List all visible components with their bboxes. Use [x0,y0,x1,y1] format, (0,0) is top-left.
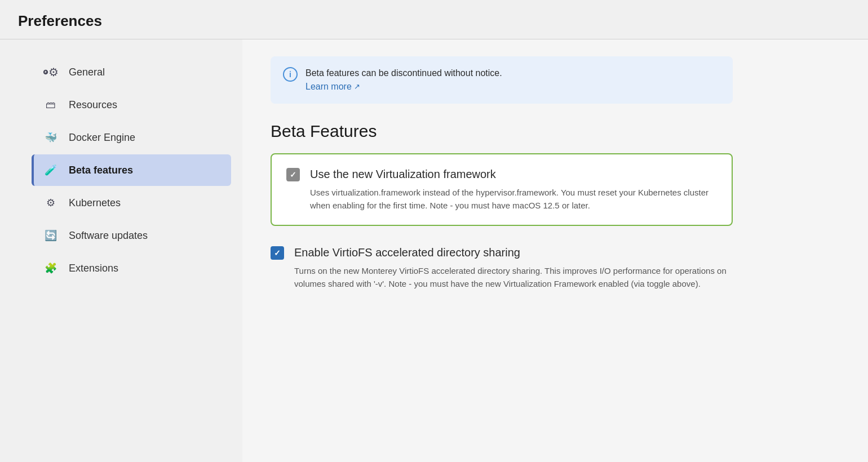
content-area: i Beta features can be discontinued with… [242,39,868,462]
external-link-icon: ↗ [354,81,360,92]
general-icon: ⚙ [43,64,59,80]
sidebar-item-label-general: General [69,66,105,78]
sidebar-item-beta-features[interactable]: 🧪 Beta features [32,154,231,186]
learn-more-link[interactable]: Learn more ↗ [305,80,360,94]
checkmark-icon: ✓ [290,171,296,179]
virtiofs-checkbox[interactable]: ✓ [271,246,284,260]
section-title: Beta Features [271,122,840,141]
software-updates-icon: 🔄 [43,228,59,243]
learn-more-label: Learn more [305,80,352,94]
sidebar-item-software-updates[interactable]: 🔄 Software updates [34,220,231,251]
feature-title-virtiofs: Enable VirtioFS accelerated directory sh… [294,245,733,260]
checkmark-icon-virtiofs: ✓ [274,249,281,257]
sidebar-item-label-software-updates: Software updates [69,230,148,242]
feature-desc-virtiofs: Turns on the new Monterey VirtioFS accel… [294,264,733,291]
info-icon: i [283,67,298,82]
sidebar-item-kubernetes[interactable]: ⚙ Kubernetes [34,187,231,219]
docker-engine-icon: 🐳 [43,130,59,145]
sidebar-item-label-docker-engine: Docker Engine [69,132,135,144]
banner-text: Beta features can be discontinued withou… [305,66,502,80]
sidebar-item-general[interactable]: ⚙ General [34,56,231,88]
beta-icon: 🧪 [43,162,59,178]
feature-desc-virtualization: Uses virtualization.framework instead of… [310,186,717,212]
feature-content-virtualization: Use the new Virtualization framework Use… [310,167,717,212]
sidebar-item-label-extensions: Extensions [69,263,118,274]
extensions-icon: 🧩 [43,260,59,276]
sidebar-item-label-kubernetes: Kubernetes [69,197,121,209]
feature-content-virtiofs: Enable VirtioFS accelerated directory sh… [294,245,733,291]
info-banner: i Beta features can be discontinued with… [271,56,733,104]
sidebar-item-label-resources: Resources [69,99,117,111]
virtualization-checkbox[interactable]: ✓ [286,168,300,181]
feature-card-virtualization: ✓ Use the new Virtualization framework U… [271,153,733,226]
sidebar-item-label-beta-features: Beta features [69,165,133,176]
feature-title-virtualization: Use the new Virtualization framework [310,167,717,181]
sidebar-item-extensions[interactable]: 🧩 Extensions [34,252,231,284]
page-title: Preferences [0,0,868,39]
kubernetes-icon: ⚙ [43,195,59,211]
sidebar-item-resources[interactable]: 🗃 Resources [34,89,231,121]
banner-text-area: Beta features can be discontinued withou… [305,66,502,94]
sidebar: ⚙ General 🗃 Resources 🐳 Docker Engine 🧪 … [0,39,242,462]
feature-card-virtiofs: ✓ Enable VirtioFS accelerated directory … [271,239,733,296]
sidebar-item-docker-engine[interactable]: 🐳 Docker Engine [34,122,231,153]
resources-icon: 🗃 [43,97,59,113]
